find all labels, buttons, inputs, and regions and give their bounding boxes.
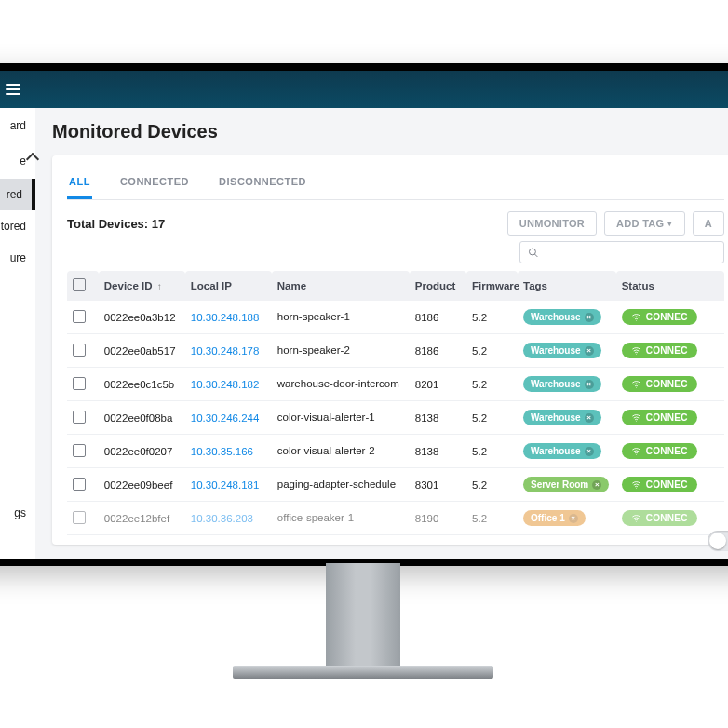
sidebar-item-monitored[interactable]: red xyxy=(0,179,35,210)
cell-firmware: 5.2 xyxy=(466,502,518,535)
cell-product: 8301 xyxy=(410,468,466,502)
cell-name: horn-speaker-2 xyxy=(272,334,410,368)
wifi-icon xyxy=(631,412,641,423)
remove-tag-icon[interactable]: × xyxy=(585,313,594,322)
menu-icon[interactable] xyxy=(6,84,20,95)
table-row: 0022ee0f08ba10.30.246.244color-visual-al… xyxy=(67,401,724,435)
cell-product: 8138 xyxy=(410,435,466,468)
col-local-ip[interactable]: Local IP xyxy=(185,271,272,301)
total-devices: Total Devices: 17 xyxy=(67,217,165,231)
ip-link[interactable]: 10.30.36.203 xyxy=(191,513,253,524)
ip-link[interactable]: 10.30.248.182 xyxy=(191,379,260,390)
tag-pill[interactable]: Server Room× xyxy=(523,477,609,492)
col-status[interactable]: Status xyxy=(616,271,724,301)
sidebar-item-manage[interactable]: e xyxy=(0,143,35,179)
remove-tag-icon[interactable]: × xyxy=(585,346,594,356)
row-checkbox[interactable] xyxy=(73,310,86,323)
search-field[interactable] xyxy=(545,246,716,259)
remove-tag-icon[interactable]: × xyxy=(585,380,594,389)
table-row: 0022ee0f020710.30.35.166color-visual-ale… xyxy=(67,435,724,468)
tag-pill[interactable]: Warehouse× xyxy=(523,343,601,358)
row-checkbox[interactable] xyxy=(73,377,86,390)
remove-tag-icon[interactable]: × xyxy=(585,413,594,423)
monitor-stand-base xyxy=(233,666,493,679)
table-row: 0022ee0c1c5b10.30.248.182warehouse-door-… xyxy=(67,368,724,401)
cell-name: color-visual-alerter-2 xyxy=(272,435,410,468)
ip-link[interactable]: 10.30.248.178 xyxy=(191,345,260,357)
tag-pill[interactable]: Warehouse× xyxy=(523,309,601,325)
remove-tag-icon[interactable]: × xyxy=(592,480,601,490)
tabs: ALLCONNECTEDDISCONNECTED xyxy=(67,155,724,200)
sidebar: ard e red itored ure gs xyxy=(0,108,35,559)
search-input[interactable] xyxy=(519,241,724,263)
table-row: 0022ee12bfef10.30.36.203office-speaker-1… xyxy=(67,502,724,535)
remove-tag-icon[interactable]: × xyxy=(569,514,578,523)
cell-product: 8186 xyxy=(410,334,466,368)
wifi-icon xyxy=(631,345,641,356)
svg-point-7 xyxy=(636,488,637,489)
row-checkbox[interactable] xyxy=(73,444,86,457)
ip-link[interactable]: 10.30.35.166 xyxy=(191,446,253,457)
tab-all[interactable]: ALL xyxy=(67,167,92,199)
wifi-icon xyxy=(631,312,641,322)
cell-product: 8138 xyxy=(410,401,466,435)
cell-device-id: 0022ee0f08ba xyxy=(99,401,185,435)
row-checkbox[interactable] xyxy=(73,511,86,524)
svg-point-8 xyxy=(636,521,637,522)
svg-point-6 xyxy=(636,454,637,455)
toolbar: Total Devices: 17 UNMONITOR ADD TAG▾ A xyxy=(67,200,724,241)
cell-firmware: 5.2 xyxy=(466,401,518,435)
cell-firmware: 5.2 xyxy=(466,301,518,334)
sidebar-item-configure[interactable]: ure xyxy=(0,242,35,274)
ip-link[interactable]: 10.30.248.181 xyxy=(191,479,260,491)
col-device-id[interactable]: Device ID ↑ xyxy=(99,271,185,301)
extra-button[interactable]: A xyxy=(693,211,724,236)
tag-pill[interactable]: Office 1× xyxy=(523,510,586,526)
remove-tag-icon[interactable]: × xyxy=(585,447,594,456)
status-pill: CONNEC xyxy=(622,443,697,459)
monitor-stand-neck xyxy=(326,563,400,670)
toggle-switch[interactable] xyxy=(708,531,728,551)
cell-name: horn-speaker-1 xyxy=(272,301,410,334)
col-product[interactable]: Product xyxy=(410,271,466,301)
row-checkbox[interactable] xyxy=(73,344,86,357)
ip-link[interactable]: 10.30.246.244 xyxy=(191,412,260,424)
cell-firmware: 5.2 xyxy=(466,368,518,401)
screen: GO ard e red itored ure gs Monitored Dev… xyxy=(0,71,728,559)
svg-line-1 xyxy=(534,253,537,256)
wifi-icon xyxy=(631,513,641,523)
row-checkbox[interactable] xyxy=(73,478,86,491)
table-row: 0022ee0a3b1210.30.248.188horn-speaker-18… xyxy=(67,301,724,334)
tab-disconnected[interactable]: DISCONNECTED xyxy=(217,167,308,199)
cell-firmware: 5.2 xyxy=(466,435,518,468)
cell-name: paging-adapter-schedule xyxy=(272,468,410,502)
tag-pill[interactable]: Warehouse× xyxy=(523,376,601,392)
unmonitor-button[interactable]: UNMONITOR xyxy=(507,211,597,236)
row-checkbox[interactable] xyxy=(73,411,86,424)
tag-pill[interactable]: Warehouse× xyxy=(523,410,601,425)
status-pill: CONNEC xyxy=(622,309,697,325)
add-tag-button[interactable]: ADD TAG▾ xyxy=(604,211,685,236)
ip-link[interactable]: 10.30.248.188 xyxy=(191,312,260,323)
status-pill: CONNEC xyxy=(622,477,697,492)
wifi-icon xyxy=(631,479,641,490)
col-firmware[interactable]: Firmware xyxy=(466,271,518,301)
wifi-icon xyxy=(631,446,641,456)
svg-point-3 xyxy=(636,354,637,355)
select-all-checkbox[interactable] xyxy=(73,278,86,291)
sidebar-item-dashboard[interactable]: ard xyxy=(0,108,35,143)
table-row: 0022ee09beef10.30.248.181paging-adapter-… xyxy=(67,468,724,502)
cell-device-id: 0022ee0ab517 xyxy=(99,334,185,368)
sidebar-item-settings[interactable]: gs xyxy=(0,495,35,531)
svg-point-0 xyxy=(529,249,535,255)
table-row: 0022ee0ab51710.30.248.178horn-speaker-28… xyxy=(67,334,724,368)
cell-firmware: 5.2 xyxy=(466,468,518,502)
col-tags[interactable]: Tags xyxy=(518,271,616,301)
tab-connected[interactable]: CONNECTED xyxy=(118,167,191,199)
col-name[interactable]: Name xyxy=(272,271,410,301)
cell-name: office-speaker-1 xyxy=(272,502,410,535)
tag-pill[interactable]: Warehouse× xyxy=(523,443,601,459)
status-pill: CONNEC xyxy=(622,410,697,425)
sidebar-item-unmonitored[interactable]: itored xyxy=(0,210,35,242)
chevron-down-icon: ▾ xyxy=(667,219,672,228)
